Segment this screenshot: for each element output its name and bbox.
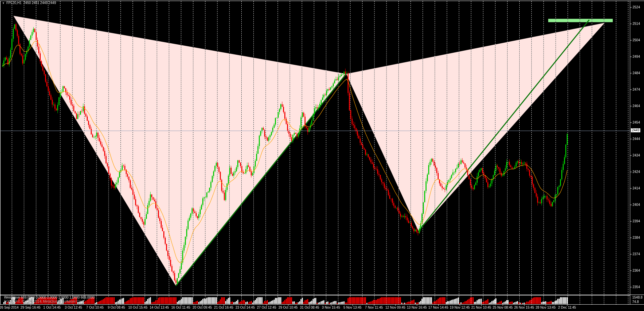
time-axis-label: 28 Nov 13:45 [536, 306, 556, 309]
time-axis-label: 16 Oct 11:45 [171, 306, 191, 309]
broker-watermark: BOSSAFX, © 2001-2014, MetaQuotes Softwar… [4, 300, 85, 303]
indicator-scale-bottom: 74.8 [632, 300, 639, 304]
price-axis-label: 2354 [633, 285, 640, 289]
price-axis-label: 2394 [633, 220, 640, 223]
price-chart-canvas[interactable] [0, 0, 644, 311]
time-axis-label: 31 Oct 08:45 [300, 306, 319, 309]
dropdown-arrow-icon[interactable]: ▼ [2, 2, 5, 5]
price-axis-label: 2514 [633, 22, 640, 26]
time-axis-label: 23 Oct 14:45 [236, 306, 255, 309]
price-axis-label: 2384 [633, 236, 640, 239]
time-axis-label: 17 Nov 14:45 [428, 306, 448, 309]
time-axis-label: 27 Oct 12:45 [257, 306, 276, 309]
time-axis-label: 21 Nov 10:45 [471, 306, 491, 309]
time-axis-label: 3 Oct 12:45 [65, 306, 82, 309]
time-axis-label: 2 Dec 11:45 [558, 306, 576, 309]
time-axis-label: 14 Oct 13:45 [150, 306, 169, 309]
time-axis-label: 7 Oct 10:45 [86, 306, 104, 309]
price-axis-label: 2374 [633, 253, 640, 256]
price-axis-label: 2454 [633, 121, 640, 124]
price-axis-label: 2494 [633, 55, 640, 58]
price-axis-label: 2414 [633, 187, 640, 190]
time-axis-label: 9 Oct 08:45 [108, 306, 125, 309]
price-axis-label: 2444 [633, 137, 640, 141]
price-axis-label: 2524 [633, 6, 640, 9]
time-axis-label: 29 Oct 10:45 [278, 306, 297, 309]
time-axis-label: 21 Oct 16:45 [214, 306, 233, 309]
time-axis-label: 10 Oct 15:45 [128, 306, 147, 309]
price-axis-label: 2364 [633, 269, 640, 272]
time-axis-label: 12 Nov 09:45 [386, 306, 406, 309]
current-price-tag: 2449 [631, 128, 640, 132]
time-axis-label: 20 Oct 09:45 [193, 306, 212, 309]
time-axis-label: 19 Nov 12:45 [450, 306, 470, 309]
price-axis-label: 2404 [633, 203, 640, 207]
ohlc-readout: 2450 2451 2449 2449 [24, 1, 56, 5]
price-axis-label: 2464 [633, 104, 640, 108]
price-axis-label: 2504 [633, 39, 640, 42]
price-axis-label: 2474 [633, 88, 640, 91]
time-axis-label: 3 Nov 15:45 [322, 306, 340, 309]
time-axis-label: 7 Nov 11:45 [365, 306, 383, 309]
time-axis-label: 29 Sep 16:45 [21, 306, 41, 309]
price-axis-label: 2434 [633, 154, 640, 157]
time-axis-label: 13 Nov 16:45 [407, 306, 427, 309]
indicator-label: WeisWave 669.0000 0.0000 0.0000 1.0000 1… [4, 296, 95, 299]
symbol-period-label: FPL20,H1 [6, 1, 22, 5]
time-axis-label: 26 Sep 2014 [0, 306, 18, 309]
indicator-scale-top: 1548.8 [632, 296, 643, 299]
time-axis-label: 25 Nov 08:45 [493, 306, 513, 309]
time-axis-label: 26 Nov 15:45 [514, 306, 534, 309]
time-axis-label: 1 Oct 14:45 [43, 306, 61, 309]
time-axis-label: 5 Nov 13:45 [344, 306, 362, 309]
price-axis-label: 2484 [633, 72, 640, 75]
price-axis-label: 2424 [633, 170, 640, 174]
chart-title-bar: ▼FPL20,H1 2450 2451 2449 2449 [2, 1, 56, 5]
mt4-chart-window: ▼FPL20,H1 2450 2451 2449 2449 2524251425… [0, 0, 644, 311]
